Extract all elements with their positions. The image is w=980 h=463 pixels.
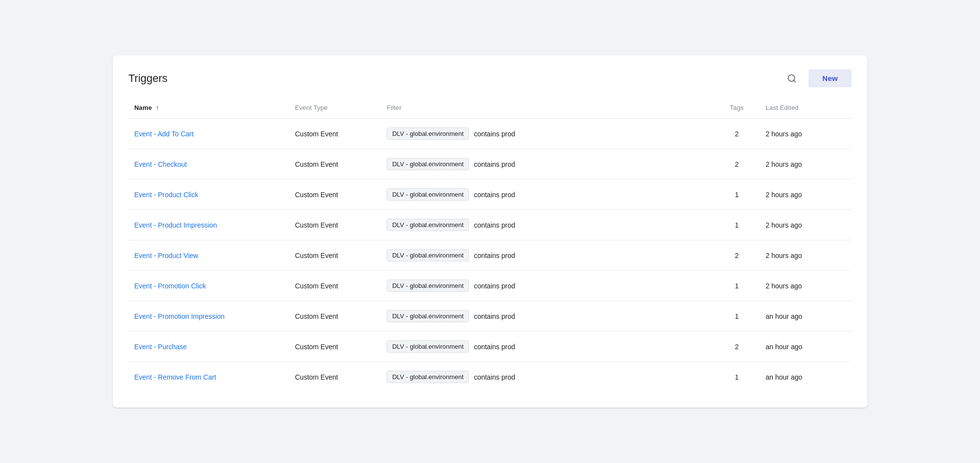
column-header-event-type[interactable]: Event Type: [289, 99, 381, 119]
cell-last-edited: 2 hours ago: [760, 210, 852, 240]
triggers-card: Triggers New Name ↑ Event Type Filter Ta…: [113, 55, 867, 408]
cell-tags: 1: [714, 210, 760, 240]
cell-tags: 1: [714, 362, 760, 392]
filter-container: DLV - global.environment contains prod: [387, 128, 708, 140]
cell-tags: 1: [714, 271, 760, 301]
trigger-link[interactable]: Event - Add To Cart: [134, 130, 194, 138]
trigger-link[interactable]: Event - Remove From Cart: [134, 373, 216, 381]
trigger-link[interactable]: Event - Promotion Click: [134, 282, 206, 290]
search-icon: [787, 74, 797, 83]
filter-badge: DLV - global.environment: [387, 219, 469, 231]
sort-arrow-icon: ↑: [156, 104, 159, 111]
new-button[interactable]: New: [808, 69, 852, 87]
filter-badge: DLV - global.environment: [387, 340, 469, 353]
filter-container: DLV - global.environment contains prod: [387, 188, 708, 201]
filter-badge: DLV - global.environment: [387, 128, 469, 140]
filter-condition: contains prod: [474, 130, 515, 138]
cell-event-type: Custom Event: [289, 362, 381, 392]
filter-container: DLV - global.environment contains prod: [387, 340, 708, 353]
table-row: Event - Product Impression Custom Event …: [128, 210, 852, 240]
filter-container: DLV - global.environment contains prod: [387, 219, 708, 231]
cell-tags: 2: [714, 149, 760, 180]
cell-last-edited: 2 hours ago: [760, 240, 852, 271]
cell-filter: DLV - global.environment contains prod: [381, 240, 713, 271]
column-header-last-edited[interactable]: Last Edited: [760, 99, 852, 119]
column-header-tags[interactable]: Tags: [714, 99, 760, 119]
column-header-filter[interactable]: Filter: [381, 99, 713, 119]
page-header: Triggers New: [128, 69, 852, 87]
cell-event-type: Custom Event: [289, 180, 381, 210]
filter-container: DLV - global.environment contains prod: [387, 371, 708, 383]
cell-last-edited: an hour ago: [760, 301, 852, 332]
filter-container: DLV - global.environment contains prod: [387, 310, 708, 322]
filter-container: DLV - global.environment contains prod: [387, 249, 708, 261]
cell-name: Event - Product View: [128, 240, 289, 271]
filter-condition: contains prod: [474, 221, 515, 229]
cell-last-edited: 2 hours ago: [760, 271, 852, 301]
cell-last-edited: 2 hours ago: [760, 180, 852, 210]
filter-condition: contains prod: [474, 160, 515, 168]
cell-name: Event - Promotion Click: [128, 271, 289, 301]
filter-badge: DLV - global.environment: [387, 249, 469, 261]
cell-name: Event - Product Impression: [128, 210, 289, 240]
filter-condition: contains prod: [474, 191, 515, 199]
trigger-link[interactable]: Event - Promotion Impression: [134, 312, 224, 320]
filter-badge: DLV - global.environment: [387, 188, 469, 201]
cell-filter: DLV - global.environment contains prod: [381, 210, 713, 240]
cell-tags: 2: [714, 332, 760, 362]
cell-event-type: Custom Event: [289, 119, 381, 149]
cell-last-edited: an hour ago: [760, 332, 852, 362]
trigger-link[interactable]: Event - Product Impression: [134, 221, 217, 229]
filter-condition: contains prod: [474, 312, 515, 320]
cell-event-type: Custom Event: [289, 271, 381, 301]
filter-container: DLV - global.environment contains prod: [387, 158, 708, 170]
cell-filter: DLV - global.environment contains prod: [381, 271, 713, 301]
header-actions: New: [783, 69, 852, 87]
triggers-table: Name ↑ Event Type Filter Tags Last Edite…: [128, 99, 852, 392]
cell-filter: DLV - global.environment contains prod: [381, 119, 713, 149]
cell-name: Event - Checkout: [128, 149, 289, 180]
cell-last-edited: an hour ago: [760, 362, 852, 392]
table-row: Event - Checkout Custom Event DLV - glob…: [128, 149, 852, 180]
cell-name: Event - Add To Cart: [128, 119, 289, 149]
trigger-link[interactable]: Event - Purchase: [134, 343, 187, 351]
cell-tags: 2: [714, 240, 760, 271]
table-row: Event - Promotion Impression Custom Even…: [128, 301, 852, 332]
filter-condition: contains prod: [474, 282, 515, 290]
table-header: Name ↑ Event Type Filter Tags Last Edite…: [128, 99, 852, 119]
cell-name: Event - Purchase: [128, 332, 289, 362]
column-header-name[interactable]: Name ↑: [128, 99, 289, 119]
trigger-link[interactable]: Event - Checkout: [134, 160, 187, 168]
filter-condition: contains prod: [474, 373, 515, 381]
filter-condition: contains prod: [474, 343, 515, 351]
table-row: Event - Add To Cart Custom Event DLV - g…: [128, 119, 852, 149]
filter-container: DLV - global.environment contains prod: [387, 280, 708, 292]
table-row: Event - Purchase Custom Event DLV - glob…: [128, 332, 852, 362]
filter-badge: DLV - global.environment: [387, 280, 469, 292]
table-row: Event - Promotion Click Custom Event DLV…: [128, 271, 852, 301]
search-button[interactable]: [783, 70, 801, 87]
trigger-link[interactable]: Event - Product View: [134, 252, 198, 259]
filter-badge: DLV - global.environment: [387, 371, 469, 383]
cell-filter: DLV - global.environment contains prod: [381, 362, 713, 392]
cell-name: Event - Remove From Cart: [128, 362, 289, 392]
page-title: Triggers: [128, 72, 168, 85]
table-body: Event - Add To Cart Custom Event DLV - g…: [128, 119, 852, 392]
filter-badge: DLV - global.environment: [387, 310, 469, 322]
cell-event-type: Custom Event: [289, 240, 381, 271]
cell-last-edited: 2 hours ago: [760, 149, 852, 180]
cell-tags: 2: [714, 119, 760, 149]
trigger-link[interactable]: Event - Product Click: [134, 191, 198, 199]
cell-name: Event - Promotion Impression: [128, 301, 289, 332]
cell-tags: 1: [714, 301, 760, 332]
cell-name: Event - Product Click: [128, 180, 289, 210]
table-row: Event - Product View Custom Event DLV - …: [128, 240, 852, 271]
table-row: Event - Remove From Cart Custom Event DL…: [128, 362, 852, 392]
svg-line-1: [794, 80, 796, 82]
cell-last-edited: 2 hours ago: [760, 119, 852, 149]
cell-filter: DLV - global.environment contains prod: [381, 149, 713, 180]
cell-tags: 1: [714, 180, 760, 210]
cell-filter: DLV - global.environment contains prod: [381, 301, 713, 332]
filter-condition: contains prod: [474, 252, 515, 259]
cell-event-type: Custom Event: [289, 149, 381, 180]
